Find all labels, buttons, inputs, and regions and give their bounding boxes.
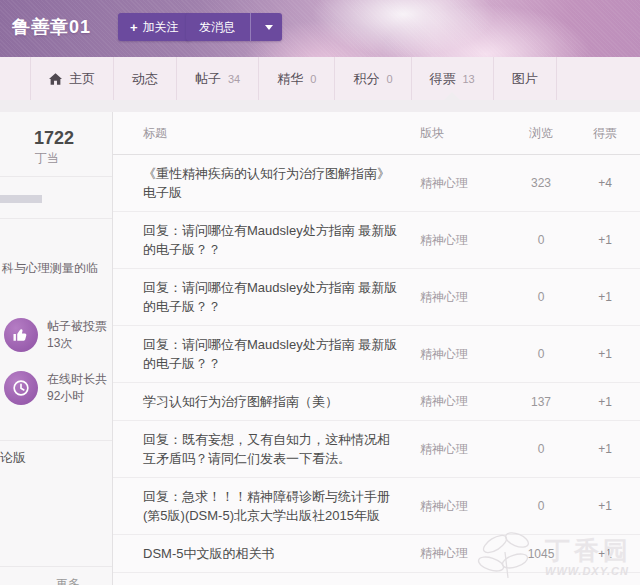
row-board-link[interactable]: 精神心理 [420,175,502,192]
row-title-link[interactable]: 回复：请问哪位有Maudsley处方指南 最新版的电子版？？ [143,221,420,259]
row-votes: +1 [580,290,630,304]
header-title: 标题 [143,125,420,142]
tab-label: 帖子 [195,70,221,88]
table-row: 回复：请问哪位有Maudsley处方指南 最新版的电子版？？ 精神心理 0 +1 [113,326,640,383]
row-title-link[interactable]: 《重性精神疾病的认知行为治疗图解指南》电子版 [143,164,420,202]
message-button-label: 发消息 [186,19,245,36]
profile-nav: 主页 动态 帖子 34 精华 0 积分 0 得票 13 图片 [0,57,640,100]
row-board-link[interactable]: 精神心理 [420,498,502,515]
nav-tabs: 主页 动态 帖子 34 精华 0 积分 0 得票 13 图片 [0,57,557,100]
row-views: 1045 [502,547,580,561]
divider [0,218,112,219]
profile-sidebar: 1722 丁当 科与心理测量的临 帖子被投票13次 在线时长共92小时 论版 更… [0,112,113,585]
progress-bar [0,195,42,203]
row-views: 0 [502,233,580,247]
row-votes: +1 [580,233,630,247]
follow-button-label: 加关注 [143,19,179,36]
message-dropdown-toggle[interactable] [256,25,282,30]
row-views: 323 [502,176,580,190]
row-votes: +1 [580,347,630,361]
chevron-down-icon [265,25,273,30]
row-board-link[interactable]: 精神心理 [420,289,502,306]
clock-icon [4,371,38,405]
row-views: 137 [502,395,580,409]
row-title-link[interactable]: 回复：请问哪位有Maudsley处方指南 最新版的电子版？？ [143,335,420,373]
tab-count: 0 [386,73,392,85]
row-title-link[interactable]: DSM-5中文版的相关书 [143,544,420,563]
tab-images[interactable]: 图片 [494,57,557,100]
table-row: 《重性精神疾病的认知行为治疗图解指南》电子版 精神心理 323 +4 [113,155,640,212]
row-views: 0 [502,290,580,304]
table-row: 回复：既有妄想，又有自知力，这种情况相互矛盾吗？请同仁们发表一下看法。 精神心理… [113,421,640,478]
row-votes: +1 [580,499,630,513]
row-board-link[interactable]: 精神心理 [420,232,502,249]
row-votes: +4 [580,176,630,190]
profile-banner: 鲁善章01 + 加关注 发消息 [0,0,640,57]
stat-online-text: 在线时长共92小时 [47,371,107,405]
row-title-link[interactable]: 回复：急求！！！精神障碍诊断与统计手册(第5版)(DSM-5)北京大学出版社20… [143,487,420,525]
divider [0,176,112,177]
dingdang-label: 丁当 [35,150,59,167]
tab-count: 13 [463,73,475,85]
tab-label: 图片 [512,70,538,88]
table-header: 标题 版块 浏览 得票 [113,112,640,155]
table-row: 回复：急求！！！精神障碍诊断与统计手册(第5版)(DSM-5)北京大学出版社20… [113,478,640,535]
header-votes: 得票 [580,125,630,142]
tab-votes[interactable]: 得票 13 [412,57,494,100]
row-board-link[interactable]: 精神心理 [420,441,502,458]
votes-panel: 标题 版块 浏览 得票 《重性精神疾病的认知行为治疗图解指南》电子版 精神心理 … [113,112,640,585]
tab-points[interactable]: 积分 0 [335,57,411,100]
message-button[interactable]: 发消息 [186,13,282,41]
follow-button[interactable]: + 加关注 [118,13,191,41]
stat-votes-text: 帖子被投票13次 [47,318,107,352]
tab-feed[interactable]: 动态 [114,57,177,100]
more-link[interactable]: 更多 [56,576,80,585]
row-views: 0 [502,499,580,513]
dingdang-score: 1722 [34,128,74,149]
tab-label: 动态 [132,70,158,88]
stat-votes-received: 帖子被投票13次 [4,318,107,352]
row-board-link[interactable]: 精神心理 [420,545,502,562]
home-icon [49,73,62,85]
row-board-link[interactable]: 精神心理 [420,346,502,363]
bio-fragment: 科与心理测量的临 [2,260,98,277]
tab-label: 积分 [353,70,379,88]
header-views: 浏览 [502,125,580,142]
row-views: 0 [502,347,580,361]
row-title-link[interactable]: 回复：既有妄想，又有自知力，这种情况相互矛盾吗？请同仁们发表一下看法。 [143,430,420,468]
row-title-link[interactable]: 学习认知行为治疗图解指南（美） [143,392,420,411]
tab-count: 34 [228,73,240,85]
row-votes: +1 [580,442,630,456]
table-row: 回复：请问哪位有Maudsley处方指南 最新版的电子版？？ 精神心理 0 +1 [113,269,640,326]
tab-home[interactable]: 主页 [30,57,114,100]
tab-label: 得票 [430,70,456,88]
table-row: 回复：请问哪位有Maudsley处方指南 最新版的电子版？？ 精神心理 0 +1 [113,212,640,269]
nav-content-gap [0,100,640,112]
table-row: DSM-5中文版的相关书 精神心理 1045 +1 [113,535,640,573]
row-votes: +1 [580,547,630,561]
tab-digest[interactable]: 精华 0 [259,57,335,100]
row-votes: +1 [580,395,630,409]
row-views: 0 [502,442,580,456]
plus-icon: + [130,20,138,35]
tab-label: 精华 [277,70,303,88]
table-row: 学习认知行为治疗图解指南（美） 精神心理 137 +1 [113,383,640,421]
row-board-link[interactable]: 精神心理 [420,393,502,410]
divider [0,440,112,441]
section-fragment: 论版 [0,449,26,467]
row-title-link[interactable]: 回复：请问哪位有Maudsley处方指南 最新版的电子版？？ [143,278,420,316]
username: 鲁善章01 [12,15,91,39]
button-divider [250,13,251,41]
stat-online-hours: 在线时长共92小时 [4,371,107,405]
tab-label: 主页 [69,70,95,88]
table-body: 《重性精神疾病的认知行为治疗图解指南》电子版 精神心理 323 +4 回复：请问… [113,155,640,573]
content-area: 1722 丁当 科与心理测量的临 帖子被投票13次 在线时长共92小时 论版 更… [0,112,640,585]
divider [0,566,112,567]
tab-count: 0 [310,73,316,85]
header-board: 版块 [420,125,502,142]
thumbs-up-icon [4,318,38,352]
tab-posts[interactable]: 帖子 34 [177,57,259,100]
